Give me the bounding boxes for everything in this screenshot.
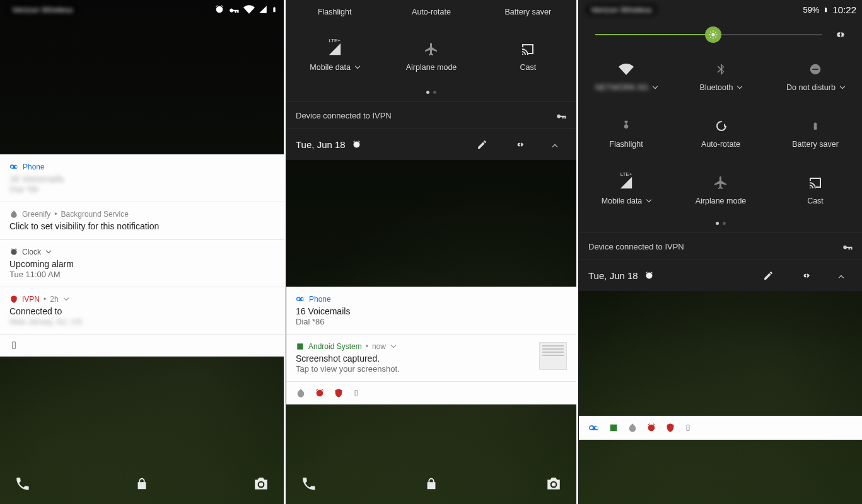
- collapse-button[interactable]: [827, 268, 853, 284]
- quick-settings-panel: Verizon Wireless 59% 10:22 NETWORK-5G Bl…: [579, 0, 862, 291]
- cast-icon: [520, 42, 535, 57]
- shield-icon: [665, 423, 675, 433]
- edit-tiles-button[interactable]: [467, 137, 498, 152]
- notification-stack: [579, 416, 862, 440]
- brightness-slider[interactable]: [579, 19, 862, 44]
- notif-tray-condensed[interactable]: [579, 416, 862, 440]
- leaf-icon: [9, 210, 18, 219]
- qs-date: Tue, Jun 18: [588, 270, 638, 281]
- chevron-down-icon[interactable]: [653, 84, 658, 89]
- battery-icon: [823, 5, 829, 14]
- chevron-down-icon[interactable]: [840, 84, 845, 89]
- collapse-button[interactable]: [541, 137, 567, 152]
- status-bar: Verizon Wireless 59% 10:22: [579, 0, 862, 19]
- bluetooth-icon: [714, 62, 728, 76]
- voicemail-icon: [588, 422, 600, 433]
- signal-icon: [328, 42, 342, 56]
- vpn-status-bar[interactable]: Device connected to IVPN: [579, 232, 862, 260]
- tile-wifi[interactable]: NETWORK-5G: [579, 57, 673, 97]
- chevron-up-icon: [552, 144, 557, 149]
- display-settings-button[interactable]: [832, 28, 846, 42]
- status-bar: Verizon Wireless: [0, 0, 284, 19]
- gear-icon: [832, 28, 846, 42]
- chevron-down-icon[interactable]: [355, 64, 360, 69]
- tile-cast[interactable]: Cast: [480, 37, 576, 77]
- tile-dnd[interactable]: Do not disturb: [768, 57, 862, 97]
- chevron-down-icon[interactable]: [46, 248, 51, 253]
- tile-mobile-data[interactable]: LTE+ Mobile data: [286, 37, 383, 77]
- notif-clock[interactable]: Clock Upcoming alarm Tue 11:00 AM: [0, 240, 284, 287]
- lock-bottom-row: [0, 464, 284, 504]
- chevron-up-icon: [839, 275, 844, 280]
- brightness-knob[interactable]: [705, 26, 721, 43]
- leaf-icon: [627, 423, 638, 433]
- lock-bottom-row: [286, 464, 576, 504]
- notif-tray-condensed[interactable]: [286, 382, 576, 404]
- vpn-key-icon: [556, 110, 567, 121]
- tile-auto-rotate[interactable]: Auto-rotate: [673, 113, 768, 154]
- alarm-icon: [315, 388, 325, 398]
- chevron-down-icon[interactable]: [63, 295, 68, 301]
- image-icon: [609, 423, 619, 433]
- tile-battery-saver[interactable]: Battery saver: [768, 113, 862, 154]
- tile-mobile-data[interactable]: LTE+ Mobile data: [579, 170, 673, 210]
- page-indicator[interactable]: [579, 214, 862, 232]
- carrier-label: Verizon Wireless: [6, 3, 79, 16]
- tile-airplane-mode[interactable]: Airplane mode: [383, 37, 479, 77]
- tile-auto-rotate[interactable]: Auto-rotate: [383, 3, 479, 21]
- settings-button[interactable]: [504, 137, 535, 152]
- tile-bluetooth[interactable]: Bluetooth: [673, 57, 768, 97]
- notif-ivpn[interactable]: IVPN•2h Connected to New Jersey, NJ, US: [0, 287, 284, 335]
- voicemail-icon: [296, 294, 305, 304]
- screenshot-thumbnail[interactable]: [539, 342, 567, 370]
- tile-battery-saver[interactable]: Battery saver: [480, 3, 576, 21]
- image-icon: [296, 342, 305, 351]
- airplane-icon: [424, 42, 439, 57]
- device-icon: [352, 388, 360, 398]
- camera-shortcut[interactable]: [252, 475, 270, 493]
- tile-airplane-mode[interactable]: Airplane mode: [673, 170, 768, 210]
- camera-shortcut[interactable]: [545, 475, 562, 493]
- phone-shortcut[interactable]: [14, 475, 32, 493]
- dnd-icon: [808, 62, 822, 76]
- pencil-icon: [763, 270, 774, 281]
- edit-tiles-button[interactable]: [753, 268, 784, 284]
- alarm-icon: [9, 248, 18, 256]
- signal-icon: [619, 176, 633, 190]
- carrier-label: Verizon Wireless: [585, 3, 658, 16]
- battery-icon: [811, 120, 820, 132]
- notif-android-system[interactable]: Android System•now Screenshot captured. …: [286, 335, 576, 382]
- tile-cast[interactable]: Cast: [768, 170, 862, 210]
- leaf-icon: [296, 388, 306, 398]
- notif-phone[interactable]: Phone 16 Voicemails Dial *86: [0, 154, 284, 202]
- notif-tray-overflow[interactable]: [0, 335, 284, 357]
- page-indicator[interactable]: [286, 83, 576, 101]
- lock-icon: [133, 475, 151, 493]
- qs-footer: Tue, Jun 18: [286, 129, 576, 160]
- notification-stack: Phone 16 Voicemails Dial *86 Android Sys…: [286, 287, 576, 404]
- device-icon: [9, 340, 18, 351]
- settings-button[interactable]: [790, 268, 821, 284]
- chevron-down-icon[interactable]: [737, 84, 742, 89]
- rotate-icon: [713, 118, 728, 134]
- qs-date: Tue, Jun 18: [296, 139, 346, 150]
- phone-lockscreen: Verizon Wireless 10:22 Tue, Jun 18 Tue 1…: [0, 0, 284, 504]
- notif-phone[interactable]: Phone 16 Voicemails Dial *86: [286, 287, 576, 335]
- vpn-status-bar[interactable]: Device connected to IVPN: [286, 101, 576, 129]
- phone-shortcut[interactable]: [300, 475, 318, 493]
- wifi-icon: [243, 4, 255, 15]
- status-time: 10:22: [832, 4, 856, 15]
- chevron-down-icon[interactable]: [391, 343, 396, 348]
- tile-flashlight[interactable]: Flashlight: [286, 3, 383, 21]
- battery-icon: [271, 4, 277, 14]
- wifi-icon: [619, 61, 634, 77]
- notif-greenify[interactable]: Greenify•Background Service Click to set…: [0, 202, 284, 240]
- phone-quick-settings-full: Verizon Wireless 59% 10:22 NETWORK-5G Bl…: [579, 0, 862, 504]
- alarm-icon[interactable]: [644, 271, 654, 280]
- chevron-down-icon[interactable]: [646, 197, 651, 202]
- alarm-icon: [214, 4, 224, 14]
- alarm-icon[interactable]: [352, 140, 361, 149]
- lock-icon: [422, 475, 440, 493]
- gear-icon: [514, 139, 525, 150]
- tile-flashlight[interactable]: Flashlight: [579, 113, 673, 154]
